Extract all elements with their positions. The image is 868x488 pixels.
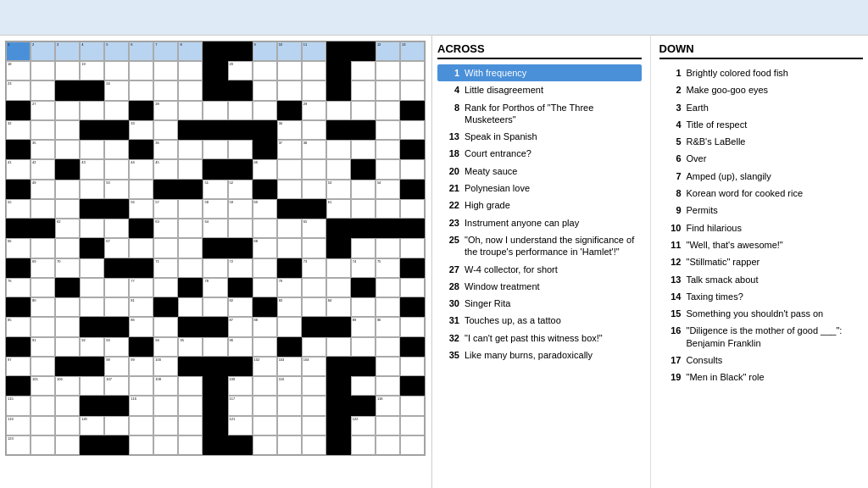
across-clue-item[interactable]: 31Touches up, as a tattoo	[437, 312, 642, 329]
grid-cell[interactable]	[55, 199, 80, 219]
grid-cell[interactable]: 106	[55, 376, 80, 396]
grid-cell[interactable]	[400, 80, 425, 100]
grid-cell[interactable]: 93	[104, 337, 129, 357]
down-clue-item[interactable]: 11"Well, that's awesome!"	[659, 236, 864, 253]
grid-cell[interactable]: 20	[228, 61, 253, 80]
grid-cell[interactable]: 77	[129, 278, 153, 297]
grid-cell[interactable]: 105	[31, 376, 55, 396]
grid-cell[interactable]: 95	[178, 337, 203, 357]
grid-cell[interactable]	[302, 80, 326, 100]
grid-cell[interactable]	[302, 238, 326, 258]
grid-cell[interactable]: 19	[80, 61, 104, 80]
grid-cell[interactable]	[400, 435, 425, 455]
grid-cell[interactable]: 1	[6, 42, 31, 61]
grid-cell[interactable]: 54	[376, 180, 400, 199]
across-clue-item[interactable]: 23Instrument anyone can play	[437, 214, 642, 231]
grid-cell[interactable]	[153, 435, 178, 455]
grid-cell[interactable]	[55, 101, 80, 120]
grid-cell[interactable]	[351, 297, 376, 317]
grid-cell[interactable]	[178, 219, 203, 238]
grid-cell[interactable]: 9	[253, 42, 277, 61]
grid-cell[interactable]: 34	[277, 120, 302, 140]
grid-cell[interactable]: 28	[153, 101, 178, 120]
grid-cell[interactable]: 45	[153, 159, 178, 179]
grid-cell[interactable]	[55, 180, 80, 199]
grid-cell[interactable]: 60	[253, 199, 277, 219]
down-clue-item[interactable]: 9Permits	[659, 202, 864, 219]
grid-cell[interactable]: 73	[302, 258, 326, 278]
grid-cell[interactable]: 79	[277, 278, 302, 297]
grid-cell[interactable]	[104, 61, 129, 80]
grid-cell[interactable]	[80, 180, 104, 199]
grid-cell[interactable]	[55, 140, 80, 159]
grid-cell[interactable]: 46	[253, 159, 277, 179]
grid-cell[interactable]	[351, 180, 376, 199]
grid-cell[interactable]: 104	[302, 357, 326, 376]
grid-cell[interactable]	[129, 376, 153, 396]
grid-cell[interactable]	[326, 159, 351, 179]
grid-cell[interactable]	[277, 219, 302, 238]
grid-cell[interactable]	[31, 435, 55, 455]
grid-cell[interactable]	[376, 120, 400, 140]
grid-cell[interactable]: 89	[351, 317, 376, 336]
grid-cell[interactable]: 85	[6, 317, 31, 336]
across-clue-item[interactable]: 20Meaty sauce	[437, 163, 642, 180]
grid-cell[interactable]	[178, 238, 203, 258]
grid-cell[interactable]: 52	[228, 180, 253, 199]
grid-cell[interactable]: 69	[31, 258, 55, 278]
grid-cell[interactable]	[104, 159, 129, 179]
grid-cell[interactable]	[326, 337, 351, 357]
grid-cell[interactable]: 57	[153, 199, 178, 219]
grid-cell[interactable]: 76	[6, 278, 31, 297]
grid-cell[interactable]	[178, 416, 203, 435]
grid-cell[interactable]: 41	[6, 159, 31, 179]
grid-cell[interactable]: 108	[153, 376, 178, 396]
down-clue-item[interactable]: 15Something you shouldn't pass on	[659, 305, 864, 322]
grid-cell[interactable]	[31, 61, 55, 80]
down-clues-list[interactable]: 1Brightly colored food fish2Make goo-goo…	[659, 64, 864, 481]
grid-cell[interactable]	[351, 238, 376, 258]
grid-cell[interactable]	[351, 101, 376, 120]
grid-cell[interactable]: 51	[203, 180, 227, 199]
grid-cell[interactable]: 71	[153, 258, 178, 278]
grid-cell[interactable]	[153, 416, 178, 435]
grid-cell[interactable]: 100	[153, 357, 178, 376]
grid-cell[interactable]	[400, 396, 425, 415]
across-clue-item[interactable]: 8Rank for Porthos of "The Three Musketee…	[437, 99, 642, 129]
across-clue-item[interactable]: 25"Oh, now I understand the significance…	[437, 231, 642, 261]
down-clue-item[interactable]: 19"Men in Black" role	[659, 369, 864, 385]
grid-cell[interactable]	[400, 317, 425, 336]
across-clue-item[interactable]: 32"I can't get past this witness box!"	[437, 330, 642, 347]
grid-cell[interactable]: 3	[55, 42, 80, 61]
grid-cell[interactable]	[277, 435, 302, 455]
grid-cell[interactable]	[104, 297, 129, 317]
grid-cell[interactable]	[55, 435, 80, 455]
grid-cell[interactable]: 62	[55, 219, 80, 238]
grid-cell[interactable]	[376, 159, 400, 179]
down-clue-item[interactable]: 2Make goo-goo eyes	[659, 81, 864, 98]
grid-cell[interactable]: 64	[203, 219, 227, 238]
grid-cell[interactable]	[153, 80, 178, 100]
grid-cell[interactable]	[104, 278, 129, 297]
grid-cell[interactable]	[376, 80, 400, 100]
grid-cell[interactable]	[129, 80, 153, 100]
grid-cell[interactable]: 33	[129, 120, 153, 140]
grid-cell[interactable]: 103	[277, 357, 302, 376]
grid-cell[interactable]: 109	[228, 376, 253, 396]
grid-cell[interactable]: 121	[228, 416, 253, 435]
grid-cell[interactable]	[253, 219, 277, 238]
grid-cell[interactable]	[178, 258, 203, 278]
grid-cell[interactable]	[153, 120, 178, 140]
grid-cell[interactable]: 102	[253, 357, 277, 376]
grid-cell[interactable]	[55, 297, 80, 317]
grid-cell[interactable]	[253, 80, 277, 100]
across-clue-item[interactable]: 30Singer Rita	[437, 295, 642, 312]
grid-cell[interactable]	[253, 258, 277, 278]
across-clue-item[interactable]: 1With frequency	[437, 64, 642, 81]
grid-cell[interactable]: 78	[203, 278, 227, 297]
grid-cell[interactable]	[302, 376, 326, 396]
grid-cell[interactable]	[253, 337, 277, 357]
grid-cell[interactable]	[203, 101, 227, 120]
grid-cell[interactable]	[376, 278, 400, 297]
grid-cell[interactable]	[104, 140, 129, 159]
